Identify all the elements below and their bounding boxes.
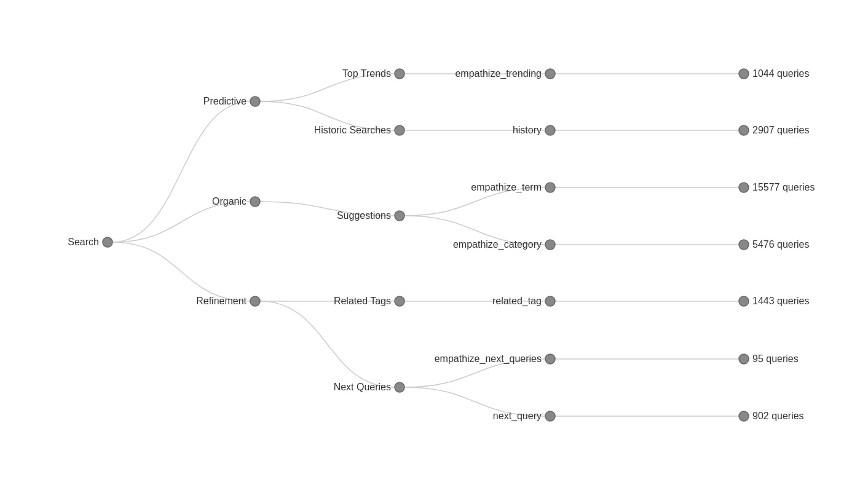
node-label: 2907 queries	[752, 125, 810, 135]
tree-node: Historic Searches	[314, 125, 404, 135]
tree-node: 15577 queries	[739, 182, 815, 192]
node-label: 15577 queries	[752, 182, 815, 192]
tree-node: empathize_category	[453, 239, 555, 250]
tree-node: 1044 queries	[739, 68, 810, 79]
svg-point-8	[395, 382, 404, 392]
svg-point-21	[739, 354, 749, 364]
node-label: Related Tags	[334, 296, 391, 306]
node-label: 95 queries	[752, 353, 799, 364]
tree-node: 902 queries	[739, 411, 804, 421]
tree-diagram: SearchPredictiveOrganicRefinementTop Tre…	[0, 0, 868, 485]
node-label: empathize_term	[471, 182, 542, 193]
tree-node: Refinement	[196, 296, 260, 306]
svg-point-4	[395, 69, 404, 79]
node-label: next_query	[493, 411, 542, 422]
svg-point-5	[395, 125, 404, 135]
svg-point-15	[545, 411, 555, 421]
svg-point-10	[545, 125, 555, 135]
tree-node: Organic	[212, 196, 260, 207]
tree-node: Top Trends	[342, 68, 404, 79]
node-label: 1044 queries	[752, 68, 810, 79]
tree-node: Predictive	[203, 96, 260, 106]
svg-point-19	[739, 240, 749, 250]
node-label: Historic Searches	[314, 125, 391, 135]
tree-node: 2907 queries	[739, 125, 810, 135]
svg-point-13	[545, 296, 555, 306]
tree-node: 95 queries	[739, 353, 799, 364]
svg-point-20	[739, 296, 749, 306]
node-label: Suggestions	[337, 210, 391, 221]
node-label: Search	[68, 237, 99, 247]
svg-point-3	[250, 296, 260, 306]
svg-point-17	[739, 125, 749, 135]
node-label: empathize_category	[453, 239, 542, 250]
svg-point-0	[103, 237, 112, 247]
svg-point-1	[250, 97, 260, 106]
node-label: Next Queries	[334, 382, 391, 392]
svg-point-9	[545, 69, 555, 79]
node-label: Organic	[212, 196, 247, 207]
svg-point-7	[395, 296, 404, 306]
node-label: Top Trends	[342, 68, 391, 79]
svg-point-22	[739, 411, 749, 421]
tree-node: Search	[68, 237, 112, 247]
node-label: related_tag	[492, 296, 542, 307]
tree-node: Suggestions	[337, 210, 404, 221]
tree-node: next_query	[493, 411, 555, 422]
node-label: 902 queries	[752, 411, 804, 421]
node-label: Predictive	[203, 96, 247, 106]
tree-node: 5476 queries	[739, 239, 810, 250]
svg-point-18	[739, 183, 749, 192]
svg-point-16	[739, 69, 749, 79]
node-label: empathize_trending	[455, 68, 542, 79]
tree-node: empathize_trending	[455, 68, 555, 79]
tree-node: 1443 queries	[739, 296, 810, 306]
node-label: 5476 queries	[752, 239, 810, 250]
svg-point-11	[545, 183, 555, 192]
node-label: empathize_next_queries	[435, 353, 542, 365]
tree-node: related_tag	[492, 296, 555, 307]
svg-point-12	[545, 240, 555, 250]
node-label: 1443 queries	[752, 296, 810, 306]
tree-node: empathize_next_queries	[435, 353, 555, 365]
svg-point-2	[250, 197, 260, 207]
node-label: Refinement	[196, 296, 247, 306]
svg-point-14	[545, 354, 555, 364]
svg-point-6	[395, 211, 404, 221]
tree-node: history	[513, 125, 555, 135]
node-label: history	[513, 125, 542, 135]
